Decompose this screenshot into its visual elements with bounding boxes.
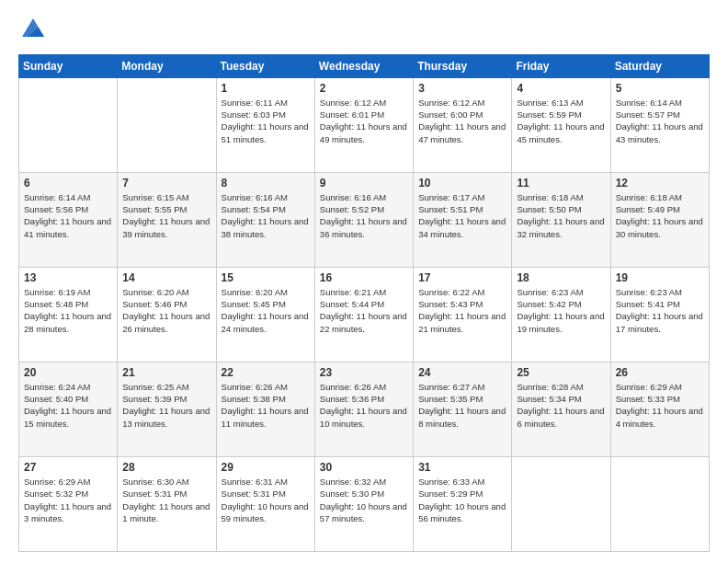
calendar-table: SundayMondayTuesdayWednesdayThursdayFrid…	[18, 54, 710, 552]
cell-info: Sunrise: 6:29 AMSunset: 5:32 PMDaylight:…	[24, 476, 112, 524]
calendar-week-row: 20Sunrise: 6:24 AMSunset: 5:40 PMDayligh…	[19, 362, 710, 456]
calendar-cell: 17Sunrise: 6:22 AMSunset: 5:43 PMDayligh…	[414, 267, 512, 362]
calendar-cell: 16Sunrise: 6:21 AMSunset: 5:44 PMDayligh…	[314, 267, 413, 362]
cell-info: Sunrise: 6:12 AMSunset: 6:01 PMDaylight:…	[320, 97, 408, 145]
calendar-cell: 12Sunrise: 6:18 AMSunset: 5:49 PMDayligh…	[610, 172, 709, 267]
cell-info: Sunrise: 6:11 AMSunset: 6:03 PMDaylight:…	[222, 97, 310, 145]
calendar-page: SundayMondayTuesdayWednesdayThursdayFrid…	[0, 0, 728, 563]
cell-info: Sunrise: 6:21 AMSunset: 5:44 PMDaylight:…	[320, 286, 408, 335]
calendar-cell: 1Sunrise: 6:11 AMSunset: 6:03 PMDaylight…	[216, 77, 314, 172]
day-number: 6	[24, 177, 112, 190]
cell-info: Sunrise: 6:12 AMSunset: 6:00 PMDaylight:…	[418, 97, 506, 145]
cell-info: Sunrise: 6:32 AMSunset: 5:30 PMDaylight:…	[320, 476, 408, 524]
cell-info: Sunrise: 6:20 AMSunset: 5:45 PMDaylight:…	[222, 286, 310, 335]
calendar-cell: 10Sunrise: 6:17 AMSunset: 5:51 PMDayligh…	[414, 172, 512, 267]
day-number: 2	[320, 82, 408, 95]
day-number: 14	[122, 271, 210, 284]
weekday-header: Friday	[512, 54, 610, 77]
day-number: 26	[616, 366, 704, 379]
calendar-cell: 18Sunrise: 6:23 AMSunset: 5:42 PMDayligh…	[512, 267, 610, 362]
day-number: 24	[418, 366, 506, 379]
day-number: 9	[320, 177, 408, 190]
weekday-header: Monday	[118, 54, 216, 77]
day-number: 1	[222, 82, 310, 95]
calendar-cell: 21Sunrise: 6:25 AMSunset: 5:39 PMDayligh…	[118, 362, 216, 456]
day-number: 18	[517, 271, 605, 284]
logo	[18, 15, 46, 45]
cell-info: Sunrise: 6:25 AMSunset: 5:39 PMDaylight:…	[122, 381, 210, 430]
calendar-cell: 20Sunrise: 6:24 AMSunset: 5:40 PMDayligh…	[19, 362, 118, 456]
calendar-cell: 5Sunrise: 6:14 AMSunset: 5:57 PMDaylight…	[610, 77, 709, 172]
calendar-week-row: 27Sunrise: 6:29 AMSunset: 5:32 PMDayligh…	[19, 456, 710, 551]
logo-icon	[20, 15, 46, 40]
calendar-cell: 4Sunrise: 6:13 AMSunset: 5:59 PMDaylight…	[512, 77, 610, 172]
day-number: 17	[418, 271, 506, 284]
day-number: 23	[320, 366, 408, 379]
cell-info: Sunrise: 6:33 AMSunset: 5:29 PMDaylight:…	[418, 476, 506, 524]
cell-info: Sunrise: 6:19 AMSunset: 5:48 PMDaylight:…	[24, 286, 112, 335]
weekday-header: Thursday	[414, 54, 512, 77]
cell-info: Sunrise: 6:14 AMSunset: 5:57 PMDaylight:…	[616, 97, 704, 145]
day-number: 21	[122, 366, 210, 379]
calendar-week-row: 6Sunrise: 6:14 AMSunset: 5:56 PMDaylight…	[19, 172, 710, 267]
day-number: 31	[418, 461, 506, 474]
cell-info: Sunrise: 6:16 AMSunset: 5:52 PMDaylight:…	[320, 191, 408, 240]
calendar-week-row: 1Sunrise: 6:11 AMSunset: 6:03 PMDaylight…	[19, 77, 710, 172]
calendar-cell: 24Sunrise: 6:27 AMSunset: 5:35 PMDayligh…	[414, 362, 512, 456]
cell-info: Sunrise: 6:15 AMSunset: 5:55 PMDaylight:…	[122, 191, 210, 240]
calendar-cell: 28Sunrise: 6:30 AMSunset: 5:31 PMDayligh…	[118, 456, 216, 551]
day-number: 20	[24, 366, 112, 379]
calendar-cell: 11Sunrise: 6:18 AMSunset: 5:50 PMDayligh…	[512, 172, 610, 267]
cell-info: Sunrise: 6:29 AMSunset: 5:33 PMDaylight:…	[616, 381, 704, 430]
calendar-cell: 22Sunrise: 6:26 AMSunset: 5:38 PMDayligh…	[216, 362, 314, 456]
calendar-cell	[610, 456, 709, 551]
calendar-cell: 7Sunrise: 6:15 AMSunset: 5:55 PMDaylight…	[118, 172, 216, 267]
calendar-cell	[118, 77, 216, 172]
cell-info: Sunrise: 6:30 AMSunset: 5:31 PMDaylight:…	[122, 476, 210, 524]
cell-info: Sunrise: 6:17 AMSunset: 5:51 PMDaylight:…	[418, 191, 506, 240]
cell-info: Sunrise: 6:16 AMSunset: 5:54 PMDaylight:…	[222, 191, 310, 240]
calendar-cell: 30Sunrise: 6:32 AMSunset: 5:30 PMDayligh…	[314, 456, 413, 551]
cell-info: Sunrise: 6:31 AMSunset: 5:31 PMDaylight:…	[222, 476, 310, 524]
cell-info: Sunrise: 6:13 AMSunset: 5:59 PMDaylight:…	[517, 97, 605, 145]
cell-info: Sunrise: 6:23 AMSunset: 5:41 PMDaylight:…	[616, 286, 704, 335]
day-number: 5	[616, 82, 704, 95]
day-number: 7	[122, 177, 210, 190]
weekday-header-row: SundayMondayTuesdayWednesdayThursdayFrid…	[19, 54, 710, 77]
calendar-cell: 14Sunrise: 6:20 AMSunset: 5:46 PMDayligh…	[118, 267, 216, 362]
cell-info: Sunrise: 6:28 AMSunset: 5:34 PMDaylight:…	[517, 381, 605, 430]
calendar-cell: 26Sunrise: 6:29 AMSunset: 5:33 PMDayligh…	[610, 362, 709, 456]
cell-info: Sunrise: 6:24 AMSunset: 5:40 PMDaylight:…	[24, 381, 112, 430]
cell-info: Sunrise: 6:27 AMSunset: 5:35 PMDaylight:…	[418, 381, 506, 430]
calendar-cell: 9Sunrise: 6:16 AMSunset: 5:52 PMDaylight…	[314, 172, 413, 267]
day-number: 8	[222, 177, 310, 190]
day-number: 25	[517, 366, 605, 379]
calendar-cell	[19, 77, 118, 172]
calendar-cell	[512, 456, 610, 551]
calendar-cell: 15Sunrise: 6:20 AMSunset: 5:45 PMDayligh…	[216, 267, 314, 362]
weekday-header: Wednesday	[314, 54, 413, 77]
day-number: 16	[320, 271, 408, 284]
cell-info: Sunrise: 6:20 AMSunset: 5:46 PMDaylight:…	[122, 286, 210, 335]
day-number: 13	[24, 271, 112, 284]
calendar-cell: 13Sunrise: 6:19 AMSunset: 5:48 PMDayligh…	[19, 267, 118, 362]
calendar-cell: 2Sunrise: 6:12 AMSunset: 6:01 PMDaylight…	[314, 77, 413, 172]
calendar-cell: 6Sunrise: 6:14 AMSunset: 5:56 PMDaylight…	[19, 172, 118, 267]
day-number: 19	[616, 271, 704, 284]
day-number: 28	[122, 461, 210, 474]
day-number: 12	[616, 177, 704, 190]
day-number: 30	[320, 461, 408, 474]
cell-info: Sunrise: 6:22 AMSunset: 5:43 PMDaylight:…	[418, 286, 506, 335]
calendar-cell: 29Sunrise: 6:31 AMSunset: 5:31 PMDayligh…	[216, 456, 314, 551]
calendar-cell: 8Sunrise: 6:16 AMSunset: 5:54 PMDaylight…	[216, 172, 314, 267]
day-number: 29	[222, 461, 310, 474]
cell-info: Sunrise: 6:26 AMSunset: 5:38 PMDaylight:…	[222, 381, 310, 430]
header	[18, 15, 710, 45]
cell-info: Sunrise: 6:18 AMSunset: 5:49 PMDaylight:…	[616, 191, 704, 240]
day-number: 15	[222, 271, 310, 284]
calendar-cell: 25Sunrise: 6:28 AMSunset: 5:34 PMDayligh…	[512, 362, 610, 456]
calendar-cell: 27Sunrise: 6:29 AMSunset: 5:32 PMDayligh…	[19, 456, 118, 551]
day-number: 11	[517, 177, 605, 190]
cell-info: Sunrise: 6:14 AMSunset: 5:56 PMDaylight:…	[24, 191, 112, 240]
day-number: 27	[24, 461, 112, 474]
